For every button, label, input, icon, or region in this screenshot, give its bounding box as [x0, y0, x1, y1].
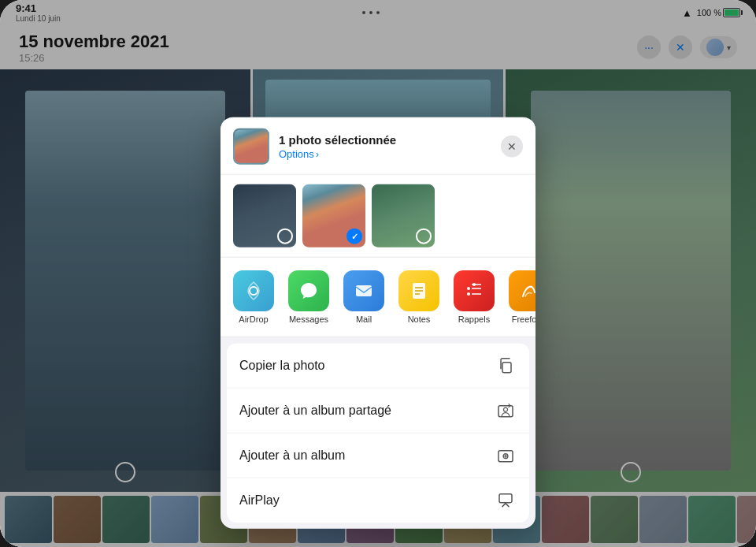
options-chevron: › — [316, 148, 319, 160]
svg-point-8 — [467, 292, 470, 296]
action-add-shared-album[interactable]: Ajouter à un album partagé — [227, 389, 529, 434]
share-apps-row: AirDrop Messages Mail — [220, 258, 536, 337]
svg-rect-1 — [356, 285, 372, 296]
rappels-icon — [454, 270, 495, 311]
app-icon-mail[interactable]: Mail — [343, 270, 384, 324]
copy-icon — [495, 355, 517, 377]
share-header-info: 1 photo sélectionnée Options › — [279, 133, 491, 160]
action-copy-photo[interactable]: Copier la photo — [227, 344, 529, 389]
svg-point-14 — [504, 407, 508, 411]
freeform-icon — [509, 270, 536, 311]
share-title: 1 photo sélectionnée — [279, 133, 491, 147]
app-icon-messages[interactable]: Messages — [288, 270, 329, 324]
messages-icon — [288, 270, 329, 311]
share-options-button[interactable]: Options › — [279, 148, 491, 160]
ipad-frame: 9:41 Lundi 10 juin ▲ 100 % 15 novembre 2… — [0, 0, 756, 547]
svg-point-7 — [467, 287, 470, 290]
airplay-icon — [495, 489, 517, 512]
photo-check-empty-left — [277, 229, 293, 244]
options-label: Options — [279, 148, 314, 160]
mail-icon — [343, 270, 384, 311]
check-icon: ✓ — [351, 231, 358, 241]
airdrop-label: AirDrop — [239, 314, 268, 324]
mail-label: Mail — [356, 314, 372, 324]
rappels-label: Rappels — [458, 314, 490, 324]
share-photo-item-center[interactable]: ✓ — [302, 184, 365, 247]
svg-rect-19 — [499, 494, 512, 503]
app-icon-airdrop[interactable]: AirDrop — [233, 270, 274, 324]
action-airplay[interactable]: AirPlay — [227, 478, 529, 523]
share-photo-item-right[interactable] — [372, 184, 435, 247]
freeform-label: Freeform — [512, 314, 536, 324]
airdrop-icon — [233, 270, 274, 311]
svg-point-0 — [250, 287, 258, 295]
shared-album-icon — [495, 400, 517, 422]
action-copy-label: Copier la photo — [239, 359, 325, 373]
action-airplay-label: AirPlay — [239, 493, 280, 508]
app-icon-rappels[interactable]: Rappels — [454, 270, 495, 324]
app-icon-freeform[interactable]: Freeform — [509, 270, 536, 324]
share-thumb-inner — [235, 130, 268, 163]
share-header: 1 photo sélectionnée Options › ✕ — [220, 117, 536, 175]
share-thumbnail — [233, 128, 269, 165]
notes-label: Notes — [408, 314, 431, 324]
app-icon-notes[interactable]: Notes — [398, 270, 439, 324]
close-icon: ✕ — [507, 140, 517, 153]
share-photos-row: ✓ — [220, 175, 536, 258]
notes-icon — [398, 270, 439, 311]
photo-check-empty-right — [416, 229, 432, 244]
photo-check-center: ✓ — [346, 229, 362, 244]
share-close-button[interactable]: ✕ — [501, 136, 523, 158]
action-shared-album-label: Ajouter à un album partagé — [239, 404, 391, 418]
album-icon — [495, 445, 517, 467]
messages-label: Messages — [289, 314, 328, 324]
share-sheet: 1 photo sélectionnée Options › ✕ ✓ — [220, 117, 536, 529]
action-album-label: Ajouter à un album — [239, 448, 345, 463]
share-actions-list: Copier la photo Ajouter à un album parta… — [227, 344, 529, 523]
svg-rect-12 — [502, 363, 511, 373]
action-add-album[interactable]: Ajouter à un album — [227, 434, 529, 478]
share-photo-item-left[interactable] — [233, 184, 296, 247]
